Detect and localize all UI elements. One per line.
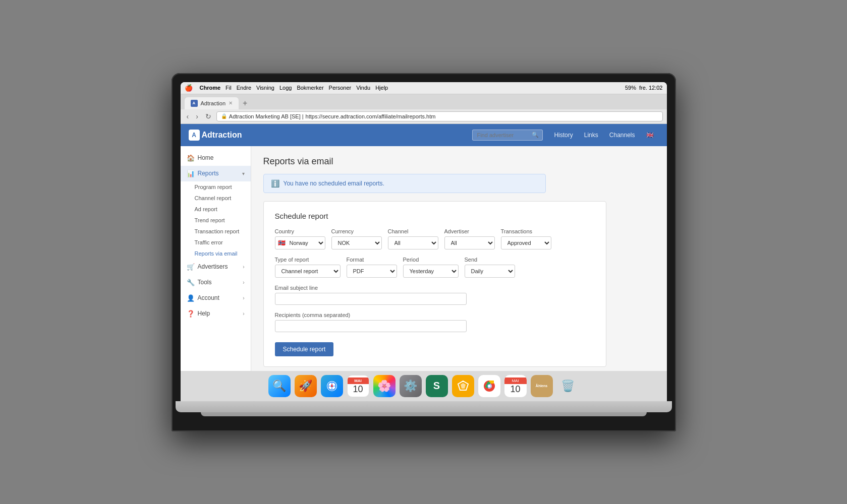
dock-cal-month: MAI — [348, 377, 369, 384]
home-icon: 🏠 — [187, 154, 195, 162]
schedule-report-button[interactable]: Schedule report — [275, 342, 334, 356]
dock-trash[interactable]: 🗑️ — [557, 375, 579, 397]
sidebar-item-account[interactable]: 👤 Account › — [181, 290, 251, 306]
nav-channels[interactable]: Channels — [604, 129, 640, 142]
email-subject-label: Email subject line — [275, 285, 467, 291]
transactions-select[interactable]: Approved — [501, 236, 551, 249]
currency-select[interactable]: NOK — [331, 236, 382, 249]
country-select[interactable]: Norway — [275, 236, 325, 249]
menu-vindu[interactable]: Vindu — [356, 85, 370, 91]
dock-launchpad[interactable]: 🚀 — [295, 375, 317, 397]
dock-calendar[interactable]: MAI 10 — [347, 375, 369, 397]
dock-cal2-day: 10 — [510, 384, 520, 395]
dock-cal-day: 10 — [353, 384, 363, 395]
channel-select[interactable]: All — [388, 236, 438, 249]
menu-bokmerker[interactable]: Bokmerker — [297, 85, 323, 91]
new-tab-button[interactable]: + — [241, 99, 249, 108]
sidebar-item-reports[interactable]: 📊 Reports ▾ — [181, 166, 251, 181]
menu-fil[interactable]: Fil — [225, 85, 232, 91]
advertiser-label: Advertiser — [444, 228, 495, 234]
period-label: Period — [403, 257, 459, 263]
menu-visning[interactable]: Visning — [256, 85, 274, 91]
sidebar-item-help[interactable]: ❓ Help › — [181, 306, 251, 322]
format-select[interactable]: PDF — [347, 265, 397, 278]
back-button[interactable]: ‹ — [185, 111, 191, 121]
browser-tab-adtraction[interactable]: A Adtraction ✕ — [185, 97, 239, 109]
address-bar[interactable]: 🔒 Adtraction Marketing AB [SE] | https:/… — [216, 111, 663, 121]
sidebar-trend-report[interactable]: Trend report — [195, 215, 251, 226]
format-label: Format — [347, 257, 397, 263]
sidebar-transaction-report[interactable]: Transaction report — [195, 226, 251, 237]
nav-flag[interactable]: 🇬🇧 — [641, 129, 659, 142]
dock-system-preferences[interactable]: ⚙️ — [400, 375, 422, 397]
forward-button[interactable]: › — [194, 111, 200, 121]
email-subject-input[interactable] — [275, 293, 467, 305]
dock-finder[interactable]: 🔍 — [268, 375, 291, 397]
type-label: Type of report — [275, 257, 341, 263]
dock-chrome[interactable] — [478, 375, 500, 397]
apple-logo[interactable]: 🍎 — [185, 84, 193, 92]
dock-safari[interactable] — [321, 375, 343, 397]
form-row-recipients: Recipients (comma separated) — [275, 312, 595, 332]
period-select[interactable]: Yesterday — [403, 265, 459, 278]
sidebar-help-label: Help — [198, 310, 210, 317]
send-label: Send — [465, 257, 515, 263]
nav-links[interactable]: Links — [579, 129, 603, 142]
main-content: Reports via email ℹ️ You have no schedul… — [251, 146, 667, 371]
sidebar-program-report[interactable]: Program report — [195, 181, 251, 193]
battery-indicator: 59% — [625, 85, 636, 91]
form-title: Schedule report — [275, 212, 595, 220]
app-name: Chrome — [200, 85, 221, 91]
menu-logg[interactable]: Logg — [279, 85, 292, 91]
logo-icon: A — [189, 130, 200, 141]
dock-ahlen[interactable]: Åhlens — [531, 375, 553, 397]
sidebar-channel-report[interactable]: Channel report — [195, 193, 251, 204]
svg-point-10 — [488, 385, 491, 388]
tab-close-button[interactable]: ✕ — [229, 100, 233, 106]
address-bar-row: ‹ › ↻ 🔒 Adtraction Marketing AB [SE] | h… — [181, 109, 667, 124]
sidebar-item-tools[interactable]: 🔧 Tools › — [181, 275, 251, 290]
tab-title: Adtraction — [201, 100, 226, 106]
macbook-base — [176, 401, 672, 412]
form-row-1: Country 🇳🇴 Norway Curren — [275, 228, 595, 249]
clock: fre. 12:02 — [639, 85, 662, 91]
sidebar-traffic-error[interactable]: Traffic error — [195, 237, 251, 248]
nav-history[interactable]: History — [549, 129, 578, 142]
app-logo: A Adtraction — [189, 130, 242, 141]
send-select[interactable]: Daily — [465, 265, 515, 278]
form-group-country: Country 🇳🇴 Norway — [275, 228, 325, 249]
sidebar-home-label: Home — [198, 154, 214, 161]
help-chevron: › — [243, 311, 244, 317]
menu-endre[interactable]: Endre — [237, 85, 251, 91]
form-group-advertiser: Advertiser All — [444, 228, 495, 249]
logo-text: Adtraction — [202, 131, 242, 140]
recipients-input[interactable] — [275, 320, 467, 332]
menu-personer[interactable]: Personer — [329, 85, 352, 91]
menu-hjelp[interactable]: Hjelp — [375, 85, 388, 91]
macos-menubar: 🍎 Chrome Fil Endre Visning Logg Bokmerke… — [181, 82, 667, 94]
reports-icon: 📊 — [187, 170, 195, 177]
sidebar-tools-label: Tools — [198, 279, 212, 286]
sidebar-ad-report[interactable]: Ad report — [195, 204, 251, 215]
logo-letter: A — [192, 132, 196, 139]
dock-sketch[interactable] — [452, 375, 474, 397]
app-header: A Adtraction 🔍 History Links Channels — [181, 124, 667, 146]
sidebar: 🏠 Home 📊 Reports ▾ Program report Channe… — [181, 146, 251, 371]
alert-no-reports: ℹ️ You have no scheduled email reports. — [263, 174, 546, 193]
reload-button[interactable]: ↻ — [203, 111, 213, 121]
app-container: A Adtraction 🔍 History Links Channels — [181, 124, 667, 371]
sidebar-reports-via-email[interactable]: Reports via email — [195, 248, 251, 259]
dock-photos[interactable]: 🌸 — [373, 375, 396, 397]
sidebar-item-home[interactable]: 🏠 Home — [181, 150, 251, 166]
sidebar-advertisers-label: Advertisers — [198, 263, 228, 270]
type-select[interactable]: Channel report — [275, 265, 341, 278]
alert-text: You have no scheduled email reports. — [284, 180, 384, 187]
advertiser-select[interactable]: All — [444, 236, 495, 249]
tab-bar: A Adtraction ✕ + — [181, 94, 667, 109]
form-row-email: Email subject line — [275, 285, 595, 305]
dock-sketchbook[interactable]: S — [426, 375, 448, 397]
sidebar-item-advertisers[interactable]: 🛒 Advertisers › — [181, 259, 251, 275]
dock-calendar2[interactable]: MAI 10 — [504, 375, 527, 397]
recipients-label: Recipients (comma separated) — [275, 312, 467, 318]
lock-icon: 🔒 — [221, 113, 227, 119]
